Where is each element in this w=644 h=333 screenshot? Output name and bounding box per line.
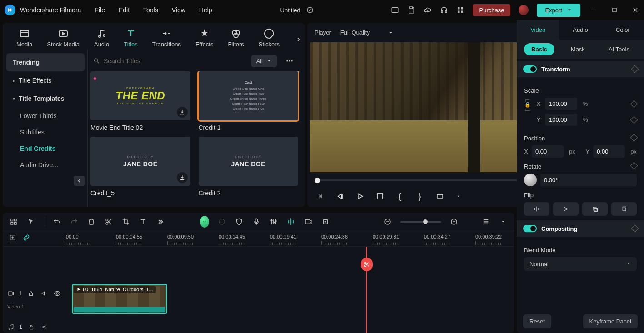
- scale-y-input[interactable]: 100.00: [545, 114, 577, 126]
- maximize-icon[interactable]: [610, 6, 619, 14]
- inspector-sub-mask[interactable]: Mask: [564, 43, 592, 55]
- transform-toggle[interactable]: [523, 65, 537, 73]
- zoom-in-icon[interactable]: [449, 217, 459, 226]
- compositing-toggle[interactable]: [523, 225, 537, 232]
- thumb-credit-5[interactable]: DIRECTED BY JANE DOE Credit_5: [90, 137, 190, 197]
- menu-file[interactable]: File: [95, 6, 105, 14]
- tab-transitions[interactable]: Transitions: [146, 27, 187, 49]
- mark-out-icon[interactable]: }: [414, 191, 425, 202]
- tab-effects[interactable]: Effects: [189, 27, 220, 49]
- playhead-cut-button[interactable]: [361, 258, 373, 271]
- mark-in-icon[interactable]: {: [394, 191, 405, 202]
- menu-help[interactable]: Help: [199, 6, 212, 14]
- tab-media[interactable]: Media: [10, 27, 39, 49]
- progress-bar[interactable]: [315, 179, 548, 181]
- scale-x-input[interactable]: 100.00: [545, 98, 577, 110]
- blend-mode-select[interactable]: Normal: [524, 257, 637, 271]
- tab-filters[interactable]: Filters: [221, 27, 250, 49]
- layout-grid-icon[interactable]: [9, 217, 18, 226]
- tab-titles[interactable]: Titles: [117, 27, 144, 49]
- play-icon[interactable]: [354, 191, 365, 202]
- search-box[interactable]: [92, 55, 246, 66]
- sidebar-audio-driven[interactable]: Audio Drive...: [6, 157, 85, 173]
- sidebar-title-effects[interactable]: ▸Title Effects: [6, 71, 85, 89]
- keyframe-panel-button[interactable]: Keyframe Panel: [583, 314, 638, 328]
- compositing-section-header[interactable]: Compositing: [517, 220, 644, 237]
- inspector-tab-video[interactable]: Video: [517, 20, 559, 40]
- cloud-icon[interactable]: [424, 6, 432, 14]
- keyframe-diamond-icon[interactable]: [630, 134, 638, 142]
- apps-icon[interactable]: [456, 6, 464, 14]
- marker-icon[interactable]: [321, 217, 330, 226]
- thumb-credit-2[interactable]: DIRECTED BY JANE DOE Credit 2: [199, 137, 299, 197]
- gear-dashed-icon[interactable]: [217, 217, 226, 226]
- close-icon[interactable]: [631, 6, 639, 14]
- clip-view-icon[interactable]: [434, 191, 445, 202]
- sidebar-trending[interactable]: Trending: [6, 53, 85, 71]
- mute-track-icon[interactable]: [40, 289, 48, 298]
- mixer-icon[interactable]: [269, 217, 278, 226]
- chevron-down-icon[interactable]: [499, 217, 508, 226]
- keyframe-diamond-icon[interactable]: [630, 116, 638, 124]
- layout-icon[interactable]: [391, 6, 399, 14]
- track-height-icon[interactable]: [481, 217, 490, 226]
- cursor-icon[interactable]: [26, 217, 35, 226]
- track-area[interactable]: 6011864_Nature_Outdoors_1...: [66, 247, 514, 333]
- lock-track-icon[interactable]: [27, 323, 36, 332]
- title-check-icon[interactable]: [306, 6, 314, 14]
- crop-icon[interactable]: [121, 217, 130, 226]
- inspector-tab-color[interactable]: Color: [602, 20, 644, 40]
- sidebar-end-credits[interactable]: End Credits: [6, 140, 85, 157]
- record-icon[interactable]: [304, 217, 313, 226]
- purchase-button[interactable]: Purchase: [473, 4, 510, 16]
- lock-track-icon[interactable]: [26, 289, 35, 298]
- user-avatar[interactable]: [519, 5, 529, 15]
- keyframe-diamond-icon[interactable]: [631, 225, 639, 233]
- sidebar-collapse-button[interactable]: [74, 176, 85, 186]
- stop-icon[interactable]: [374, 191, 385, 202]
- prev-frame-icon[interactable]: [315, 191, 325, 202]
- more-tools-icon[interactable]: [156, 217, 165, 226]
- zoom-slider[interactable]: [400, 221, 441, 223]
- headphones-icon[interactable]: [440, 6, 448, 14]
- menu-view[interactable]: View: [172, 6, 185, 14]
- minimize-icon[interactable]: [589, 6, 598, 14]
- tab-stickers[interactable]: Stickers: [252, 27, 286, 49]
- keyframe-diamond-icon[interactable]: [630, 162, 638, 170]
- inspector-tab-audio[interactable]: Audio: [559, 20, 601, 40]
- chevron-down-icon[interactable]: [454, 192, 463, 200]
- download-icon[interactable]: [177, 172, 188, 183]
- sidebar-title-templates[interactable]: ▾Title Templates: [6, 89, 85, 108]
- thumb-credit-1[interactable]: Cast Credit One Name One Credit Two Name…: [199, 71, 299, 131]
- rotate-copy-button[interactable]: [582, 202, 608, 216]
- sidebar-lower-thirds[interactable]: Lower Thirds: [6, 108, 85, 124]
- tabs-next-icon[interactable]: ›: [297, 34, 300, 44]
- add-track-icon[interactable]: [8, 233, 17, 242]
- keyframe-diamond-icon[interactable]: [630, 100, 638, 108]
- inspector-sub-basic[interactable]: Basic: [524, 43, 554, 55]
- inspector-sub-ai[interactable]: AI Tools: [601, 43, 637, 55]
- scale-lock[interactable]: ⌐ 🔒 ⌙: [524, 98, 531, 129]
- timeline-clip[interactable]: 6011864_Nature_Outdoors_1...: [72, 284, 167, 314]
- play-backward-icon[interactable]: [334, 191, 345, 202]
- flip-horizontal-button[interactable]: [524, 202, 549, 216]
- pos-y-input[interactable]: 0.00: [593, 145, 625, 158]
- tab-audio[interactable]: Audio: [88, 27, 115, 49]
- sidebar-subtitles[interactable]: Subtitles: [6, 124, 85, 140]
- pos-x-input[interactable]: 0.00: [532, 145, 564, 158]
- ai-avatar-icon[interactable]: [200, 217, 209, 226]
- delete-icon[interactable]: [87, 217, 96, 226]
- link-icon[interactable]: [22, 233, 31, 242]
- menu-tools[interactable]: Tools: [143, 6, 158, 14]
- thumb-movie-end-title-02[interactable]: ♦ CODEXGRAPH THE END THE WIND OF SUMMER …: [90, 71, 190, 131]
- rotate-dial[interactable]: [524, 174, 537, 186]
- zoom-out-icon[interactable]: [383, 217, 392, 226]
- undo-icon[interactable]: [52, 217, 61, 226]
- tab-stock-media[interactable]: Stock Media: [40, 27, 86, 49]
- menu-edit[interactable]: Edit: [119, 6, 130, 14]
- rotate-copy-2-button[interactable]: [611, 202, 637, 216]
- quality-dropdown[interactable]: Full Quality: [338, 27, 396, 38]
- scissors-icon[interactable]: [104, 217, 113, 226]
- playhead[interactable]: [366, 247, 367, 333]
- shield-icon[interactable]: [235, 217, 244, 226]
